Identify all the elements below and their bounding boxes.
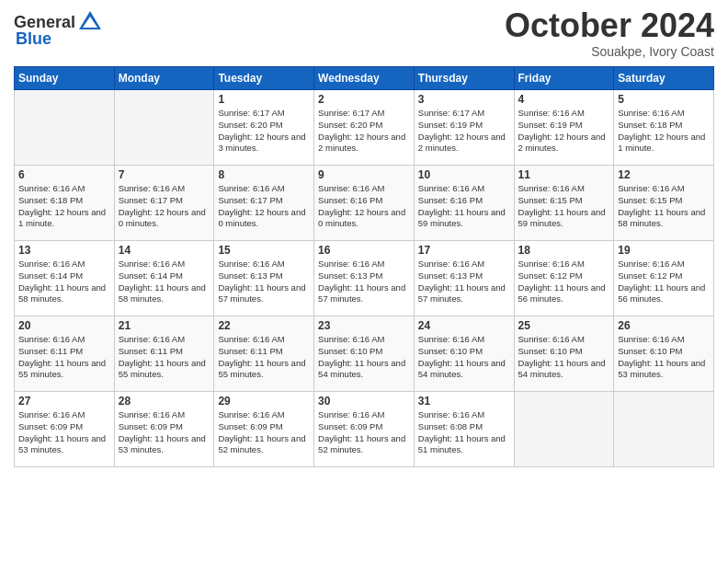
day-number: 9 xyxy=(318,168,410,181)
weekday-header-monday: Monday xyxy=(114,67,214,90)
week-row-3: 20Sunrise: 6:16 AM Sunset: 6:11 PM Dayli… xyxy=(15,316,714,392)
title-block: October 2024 Souakpe, Ivory Coast xyxy=(505,9,714,59)
weekday-header-wednesday: Wednesday xyxy=(314,67,415,90)
day-number: 2 xyxy=(318,93,410,106)
week-row-1: 6Sunrise: 6:16 AM Sunset: 6:18 PM Daylig… xyxy=(15,166,714,241)
month-title: October 2024 xyxy=(505,9,714,42)
day-number: 18 xyxy=(518,244,610,257)
day-info: Sunrise: 6:16 AM Sunset: 6:13 PM Dayligh… xyxy=(418,259,510,305)
day-info: Sunrise: 6:16 AM Sunset: 6:12 PM Dayligh… xyxy=(518,259,610,305)
day-info: Sunrise: 6:16 AM Sunset: 6:11 PM Dayligh… xyxy=(218,334,310,381)
day-info: Sunrise: 6:16 AM Sunset: 6:14 PM Dayligh… xyxy=(119,259,210,305)
calendar-cell: 18Sunrise: 6:16 AM Sunset: 6:12 PM Dayli… xyxy=(514,241,614,316)
calendar-cell: 23Sunrise: 6:16 AM Sunset: 6:10 PM Dayli… xyxy=(314,316,415,392)
calendar-cell: 7Sunrise: 6:16 AM Sunset: 6:17 PM Daylig… xyxy=(114,166,214,241)
day-info: Sunrise: 6:17 AM Sunset: 6:19 PM Dayligh… xyxy=(418,108,510,155)
day-info: Sunrise: 6:16 AM Sunset: 6:15 PM Dayligh… xyxy=(518,183,610,230)
calendar-cell: 13Sunrise: 6:16 AM Sunset: 6:14 PM Dayli… xyxy=(15,241,115,316)
day-number: 20 xyxy=(18,319,110,332)
calendar-cell: 16Sunrise: 6:16 AM Sunset: 6:13 PM Dayli… xyxy=(314,241,415,316)
day-number: 10 xyxy=(418,168,510,181)
calendar-cell: 21Sunrise: 6:16 AM Sunset: 6:11 PM Dayli… xyxy=(114,316,214,392)
day-info: Sunrise: 6:16 AM Sunset: 6:10 PM Dayligh… xyxy=(618,334,710,381)
calendar-cell: 25Sunrise: 6:16 AM Sunset: 6:10 PM Dayli… xyxy=(514,316,614,392)
day-info: Sunrise: 6:16 AM Sunset: 6:10 PM Dayligh… xyxy=(518,334,610,381)
calendar-cell: 20Sunrise: 6:16 AM Sunset: 6:11 PM Dayli… xyxy=(15,316,115,392)
day-number: 28 xyxy=(119,395,210,408)
week-row-2: 13Sunrise: 6:16 AM Sunset: 6:14 PM Dayli… xyxy=(15,241,714,316)
logo-blue-text: Blue xyxy=(16,29,51,49)
page: General Blue October 2024 Souakpe, Ivory… xyxy=(0,0,728,563)
day-number: 17 xyxy=(418,244,510,257)
calendar-cell: 3Sunrise: 6:17 AM Sunset: 6:19 PM Daylig… xyxy=(414,90,514,166)
calendar-cell xyxy=(514,392,614,467)
day-number: 21 xyxy=(119,319,210,332)
day-number: 26 xyxy=(618,319,710,332)
calendar-table: SundayMondayTuesdayWednesdayThursdayFrid… xyxy=(14,66,714,467)
calendar-cell: 24Sunrise: 6:16 AM Sunset: 6:10 PM Dayli… xyxy=(414,316,514,392)
calendar-cell: 11Sunrise: 6:16 AM Sunset: 6:15 PM Dayli… xyxy=(514,166,614,241)
day-number: 22 xyxy=(218,319,310,332)
day-number: 24 xyxy=(418,319,510,332)
calendar-cell: 6Sunrise: 6:16 AM Sunset: 6:18 PM Daylig… xyxy=(15,166,115,241)
day-number: 4 xyxy=(518,93,610,106)
calendar-cell: 22Sunrise: 6:16 AM Sunset: 6:11 PM Dayli… xyxy=(214,316,314,392)
calendar-cell: 14Sunrise: 6:16 AM Sunset: 6:14 PM Dayli… xyxy=(114,241,214,316)
calendar-cell: 9Sunrise: 6:16 AM Sunset: 6:16 PM Daylig… xyxy=(314,166,415,241)
logo: General Blue xyxy=(14,9,105,49)
calendar-cell xyxy=(614,392,714,467)
header: General Blue October 2024 Souakpe, Ivory… xyxy=(14,9,714,59)
day-number: 25 xyxy=(518,319,610,332)
calendar-cell: 12Sunrise: 6:16 AM Sunset: 6:15 PM Dayli… xyxy=(614,166,714,241)
calendar-cell: 30Sunrise: 6:16 AM Sunset: 6:09 PM Dayli… xyxy=(314,392,415,467)
calendar-cell: 31Sunrise: 6:16 AM Sunset: 6:08 PM Dayli… xyxy=(414,392,514,467)
day-info: Sunrise: 6:16 AM Sunset: 6:09 PM Dayligh… xyxy=(119,409,210,456)
day-number: 29 xyxy=(218,395,310,408)
day-number: 19 xyxy=(618,244,710,257)
day-number: 23 xyxy=(318,319,410,332)
day-number: 12 xyxy=(618,168,710,181)
weekday-header-tuesday: Tuesday xyxy=(214,67,314,90)
day-number: 5 xyxy=(618,93,710,106)
weekday-header-saturday: Saturday xyxy=(614,67,714,90)
day-info: Sunrise: 6:16 AM Sunset: 6:16 PM Dayligh… xyxy=(318,183,410,230)
calendar-cell: 17Sunrise: 6:16 AM Sunset: 6:13 PM Dayli… xyxy=(414,241,514,316)
week-row-0: 1Sunrise: 6:17 AM Sunset: 6:20 PM Daylig… xyxy=(15,90,714,166)
calendar-cell: 2Sunrise: 6:17 AM Sunset: 6:20 PM Daylig… xyxy=(314,90,415,166)
weekday-header-sunday: Sunday xyxy=(15,67,115,90)
day-info: Sunrise: 6:16 AM Sunset: 6:11 PM Dayligh… xyxy=(18,334,110,381)
day-info: Sunrise: 6:16 AM Sunset: 6:17 PM Dayligh… xyxy=(119,183,210,230)
calendar-cell: 19Sunrise: 6:16 AM Sunset: 6:12 PM Dayli… xyxy=(614,241,714,316)
location-subtitle: Souakpe, Ivory Coast xyxy=(505,44,714,59)
day-info: Sunrise: 6:16 AM Sunset: 6:09 PM Dayligh… xyxy=(318,409,410,456)
day-info: Sunrise: 6:16 AM Sunset: 6:13 PM Dayligh… xyxy=(218,259,310,305)
calendar-cell: 1Sunrise: 6:17 AM Sunset: 6:20 PM Daylig… xyxy=(214,90,314,166)
calendar-cell: 4Sunrise: 6:16 AM Sunset: 6:19 PM Daylig… xyxy=(514,90,614,166)
calendar-cell: 8Sunrise: 6:16 AM Sunset: 6:17 PM Daylig… xyxy=(214,166,314,241)
weekday-header-row: SundayMondayTuesdayWednesdayThursdayFrid… xyxy=(15,67,714,90)
day-info: Sunrise: 6:16 AM Sunset: 6:09 PM Dayligh… xyxy=(218,409,310,456)
day-number: 16 xyxy=(318,244,410,257)
day-number: 15 xyxy=(218,244,310,257)
day-info: Sunrise: 6:16 AM Sunset: 6:15 PM Dayligh… xyxy=(618,183,710,230)
calendar-cell: 5Sunrise: 6:16 AM Sunset: 6:18 PM Daylig… xyxy=(614,90,714,166)
day-number: 7 xyxy=(119,168,210,181)
day-number: 6 xyxy=(18,168,110,181)
day-number: 11 xyxy=(518,168,610,181)
day-info: Sunrise: 6:16 AM Sunset: 6:10 PM Dayligh… xyxy=(318,334,410,381)
calendar-cell: 15Sunrise: 6:16 AM Sunset: 6:13 PM Dayli… xyxy=(214,241,314,316)
day-info: Sunrise: 6:16 AM Sunset: 6:13 PM Dayligh… xyxy=(318,259,410,305)
calendar-cell: 10Sunrise: 6:16 AM Sunset: 6:16 PM Dayli… xyxy=(414,166,514,241)
day-number: 14 xyxy=(119,244,210,257)
day-info: Sunrise: 6:16 AM Sunset: 6:08 PM Dayligh… xyxy=(418,409,510,456)
day-number: 30 xyxy=(318,395,410,408)
weekday-header-friday: Friday xyxy=(514,67,614,90)
day-info: Sunrise: 6:16 AM Sunset: 6:17 PM Dayligh… xyxy=(218,183,310,230)
day-number: 27 xyxy=(18,395,110,408)
day-number: 8 xyxy=(218,168,310,181)
calendar-cell xyxy=(114,90,214,166)
day-info: Sunrise: 6:16 AM Sunset: 6:18 PM Dayligh… xyxy=(18,183,110,230)
day-info: Sunrise: 6:16 AM Sunset: 6:12 PM Dayligh… xyxy=(618,259,710,305)
day-info: Sunrise: 6:16 AM Sunset: 6:16 PM Dayligh… xyxy=(418,183,510,230)
day-info: Sunrise: 6:16 AM Sunset: 6:19 PM Dayligh… xyxy=(518,108,610,155)
